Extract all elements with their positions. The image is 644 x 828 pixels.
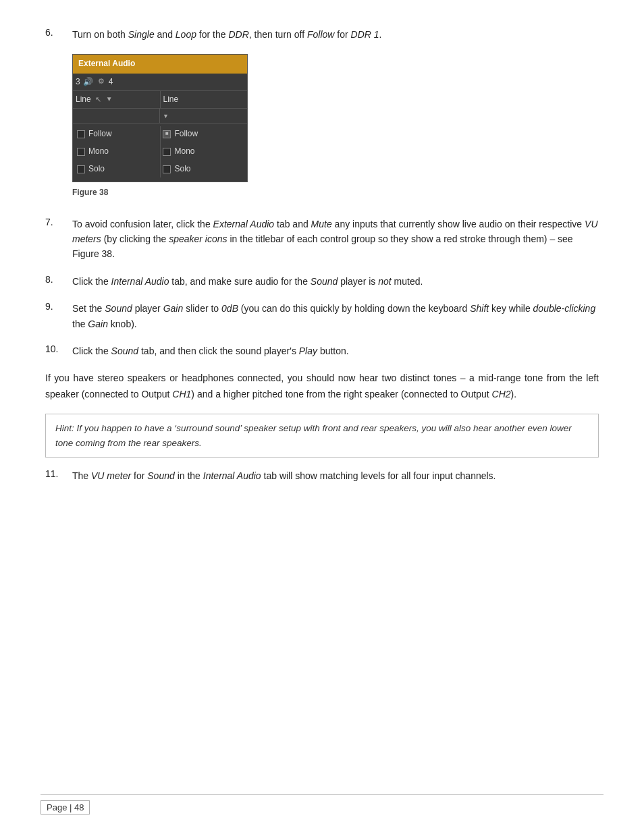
item-10-text: Click the Sound tab, and then click the …	[72, 346, 349, 356]
item-8-text: Click the Internal Audio tab, and make s…	[72, 276, 423, 287]
right-mono-row[interactable]: Mono	[163, 144, 243, 159]
panel-empty-row: ▼	[73, 109, 247, 123]
figure-38-container: External Audio 3 🔊 ⚙ 4	[72, 54, 599, 198]
left-follow-checkbox[interactable]	[77, 130, 85, 138]
left-follow-label: Follow	[88, 128, 112, 140]
right-solo-row[interactable]: Solo	[163, 161, 243, 177]
hint-box: Hint: If you happen to have a ‘surround …	[45, 414, 599, 458]
panel-icons: 🔊 ⚙	[83, 77, 106, 86]
panel-left-num: 3	[76, 76, 80, 88]
item-7-num: 7.	[45, 217, 72, 262]
page-footer: Page | 48	[41, 794, 603, 815]
left-mono-checkbox[interactable]	[77, 148, 85, 156]
right-follow-row[interactable]: Follow	[163, 126, 243, 142]
item-11-body: The VU meter for Sound in the Internal A…	[72, 468, 599, 483]
panel-left-options: Follow Mono Solo	[77, 126, 157, 177]
right-follow-label: Follow	[174, 128, 198, 140]
item-6-num: 6.	[45, 27, 72, 204]
left-mono-label: Mono	[88, 145, 109, 158]
panel-left-label: Line	[76, 93, 91, 106]
item-11-text: The VU meter for Sound in the Internal A…	[72, 470, 496, 481]
panel-right-label: Line	[163, 93, 179, 106]
gear-icon[interactable]: ⚙	[97, 77, 106, 86]
panel-options: Follow Mono Solo	[73, 123, 247, 182]
cursor-icon: ↖	[94, 94, 103, 104]
panel-num-row: 3 🔊 ⚙ 4	[73, 74, 247, 91]
item-7-body: To avoid confusion later, click the Exte…	[72, 217, 599, 262]
panel-right-num: 4	[109, 76, 113, 88]
page-content: 6. Turn on both Single and Loop for the …	[45, 27, 599, 484]
right-mono-label: Mono	[174, 145, 194, 158]
hint-text: Hint: If you happen to have a ‘surround …	[55, 423, 572, 448]
left-solo-row[interactable]: Solo	[77, 161, 157, 177]
panel-left-num-col: 3 🔊 ⚙ 4	[73, 74, 160, 90]
item-8-num: 8.	[45, 274, 72, 289]
right-follow-checkbox[interactable]	[163, 130, 171, 138]
speaker-icon[interactable]: 🔊	[83, 77, 94, 86]
panel-right-line-col: Line	[161, 91, 248, 108]
left-follow-row[interactable]: Follow	[77, 126, 157, 142]
item-9-body: Set the Sound player Gain slider to 0dB …	[72, 301, 599, 331]
item-8-body: Click the Internal Audio tab, and make s…	[72, 274, 599, 289]
item-6-body: Turn on both Single and Loop for the DDR…	[72, 27, 599, 204]
item-11-num: 11.	[45, 468, 72, 483]
item-11: 11. The VU meter for Sound in the Intern…	[45, 468, 599, 483]
item-7-text: To avoid confusion later, click the Exte…	[72, 219, 598, 260]
item-7: 7. To avoid confusion later, click the E…	[45, 217, 599, 262]
left-solo-label: Solo	[88, 163, 105, 175]
figure-caption: Figure 38	[72, 186, 599, 199]
right-mono-checkbox[interactable]	[163, 148, 171, 156]
right-solo-checkbox[interactable]	[163, 165, 171, 173]
item-10-num: 10.	[45, 343, 72, 358]
item-6-text: Turn on both Single and Loop for the DDR…	[72, 29, 381, 40]
panel-line-row: Line ↖ ▼ Line	[73, 91, 247, 109]
audio-panel: External Audio 3 🔊 ⚙ 4	[72, 54, 248, 182]
item-10-body: Click the Sound tab, and then click the …	[72, 343, 599, 358]
down-arrow: ▼	[106, 94, 113, 105]
item-6: 6. Turn on both Single and Loop for the …	[45, 27, 599, 204]
options-divider	[160, 126, 161, 177]
item-9: 9. Set the Sound player Gain slider to 0…	[45, 301, 599, 331]
item-8: 8. Click the Internal Audio tab, and mak…	[45, 274, 599, 289]
panel-left-line-col: Line ↖ ▼	[73, 91, 160, 108]
item-10: 10. Click the Sound tab, and then click …	[45, 343, 599, 358]
item-9-num: 9.	[45, 301, 72, 331]
panel-header: External Audio	[73, 55, 247, 73]
panel-down-arrow-small: ▼	[160, 109, 169, 122]
left-solo-checkbox[interactable]	[77, 165, 85, 173]
left-mono-row[interactable]: Mono	[77, 144, 157, 159]
panel-half-empty	[73, 109, 160, 123]
page-number: Page | 48	[41, 800, 90, 815]
right-solo-label: Solo	[174, 163, 190, 175]
small-down-arrow: ▼	[163, 113, 169, 119]
stereo-paragraph: If you have stereo speakers or headphone…	[45, 370, 599, 403]
panel-right-options: Follow Mono Solo	[163, 126, 243, 177]
item-9-text: Set the Sound player Gain slider to 0dB …	[72, 303, 595, 329]
